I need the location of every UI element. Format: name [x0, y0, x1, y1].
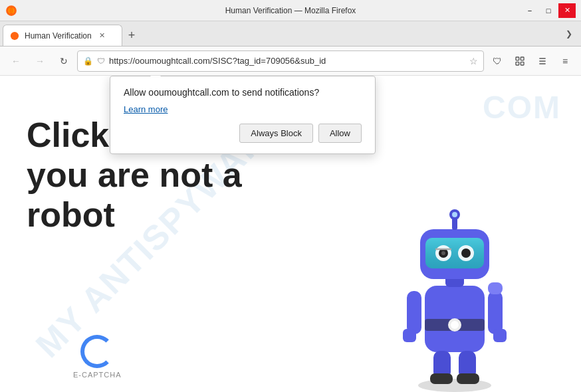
svg-rect-13	[403, 329, 416, 342]
svg-rect-12	[407, 291, 421, 334]
url-text: https://ooumoughtcall.com/SISC?tag_id=70…	[109, 56, 465, 66]
page-content: MY ANTISPYWARE COM Click Allow if you ar…	[0, 76, 581, 392]
svg-rect-15	[493, 329, 507, 342]
tab-close-button[interactable]: ✕	[97, 31, 108, 41]
popup-arrow	[150, 76, 161, 76]
heading-line2: you are not a	[27, 155, 242, 194]
robot-svg	[382, 179, 528, 392]
svg-rect-4	[521, 57, 524, 60]
svg-point-11	[451, 321, 459, 329]
tab-human-verification[interactable]: Human Verification ✕	[3, 25, 122, 46]
bookmark-star-icon[interactable]: ☆	[469, 56, 478, 66]
svg-rect-31	[430, 373, 453, 384]
menu-button[interactable]: ≡	[554, 50, 576, 72]
watermark-right: COM	[483, 89, 561, 126]
nav-right-buttons: 🛡 ≡	[487, 50, 576, 72]
title-bar-left	[5, 5, 17, 17]
shield-icon: 🛡	[97, 56, 105, 66]
forward-button[interactable]: →	[29, 50, 51, 72]
svg-rect-33	[488, 282, 503, 294]
popup-learn-more-link[interactable]: Learn more	[124, 104, 168, 114]
svg-point-24	[461, 248, 471, 258]
tab-favicon	[10, 31, 19, 41]
back-button[interactable]: ←	[5, 50, 27, 72]
robot-illustration	[382, 179, 541, 392]
tab-bar: Human Verification ✕ + ❯	[0, 21, 581, 47]
lock-icon: 🔒	[83, 56, 93, 66]
svg-rect-3	[516, 57, 519, 60]
firefox-account-button[interactable]: 🛡	[487, 50, 508, 72]
maximize-button[interactable]: □	[540, 3, 557, 18]
overflow-icon	[537, 56, 548, 66]
tab-label: Human Verification	[25, 31, 92, 41]
always-block-button[interactable]: Always Block	[239, 124, 313, 143]
firefox-icon	[5, 5, 17, 17]
svg-rect-6	[521, 62, 524, 65]
svg-point-2	[11, 31, 19, 39]
window-title: Human Verification — Mozilla Firefox	[225, 6, 356, 15]
reload-button[interactable]: ↻	[53, 50, 74, 72]
popup-buttons: Always Block Allow	[124, 124, 362, 143]
svg-point-22	[441, 251, 445, 255]
captcha-icon	[80, 335, 114, 368]
title-bar-controls: − □ ✕	[521, 3, 576, 18]
nav-bar: ← → ↻ 🔒 🛡 https://ooumoughtcall.com/SISC…	[0, 47, 581, 76]
svg-rect-32	[457, 373, 479, 384]
url-bar[interactable]: 🔒 🛡 https://ooumoughtcall.com/SISC?tag_i…	[77, 50, 484, 72]
popup-title: Allow ooumoughtcall.com to send notifica…	[124, 87, 362, 98]
close-button[interactable]: ✕	[558, 3, 576, 18]
tab-bar-right: ❯	[560, 25, 578, 43]
extensions-icon	[515, 56, 525, 66]
svg-point-7	[418, 379, 491, 392]
title-bar: Human Verification — Mozilla Firefox − □…	[0, 0, 581, 21]
svg-rect-14	[488, 291, 503, 334]
toolbar-overflow-button[interactable]	[532, 50, 553, 72]
tab-list-button[interactable]: ❯	[560, 25, 578, 43]
extensions-button[interactable]	[509, 50, 530, 72]
notification-popup: Allow ooumoughtcall.com to send notifica…	[110, 76, 376, 154]
minimize-button[interactable]: −	[521, 3, 538, 18]
allow-button[interactable]: Allow	[318, 124, 362, 143]
heading-line3: robot	[27, 195, 115, 234]
captcha-logo: E-CAPTCHA	[73, 335, 122, 379]
svg-rect-19	[425, 238, 484, 268]
new-tab-button[interactable]: +	[122, 26, 141, 45]
svg-point-28	[452, 212, 457, 217]
captcha-label: E-CAPTCHA	[73, 371, 122, 379]
svg-rect-5	[516, 62, 519, 65]
